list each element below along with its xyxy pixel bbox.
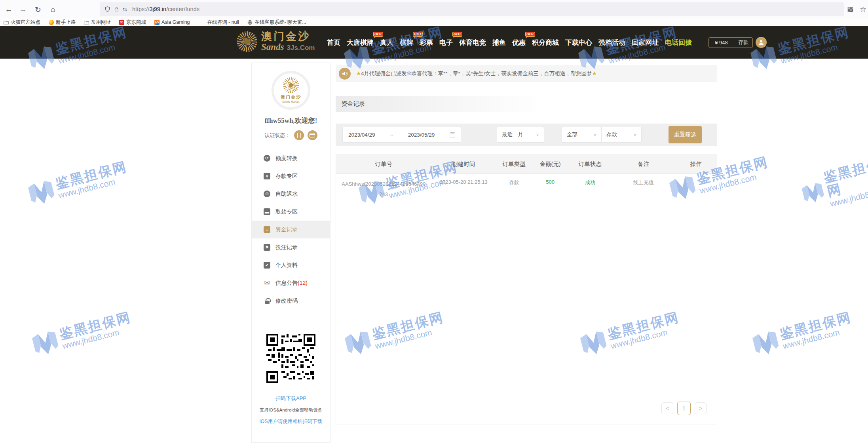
speaker-icon[interactable] xyxy=(339,68,351,80)
back-button[interactable]: ← xyxy=(3,4,14,15)
nav-item-points-mall[interactable]: 积分商城 xyxy=(532,38,559,47)
nav-item-chess[interactable]: 棋牌HOT xyxy=(400,38,413,47)
nav-item-datang-chess[interactable]: 大唐棋牌HOT xyxy=(347,38,374,47)
permissions-icon[interactable]: ⇆ xyxy=(123,6,127,12)
watermark-url: www.jhdb8.com xyxy=(61,324,135,351)
logo-english: Sands xyxy=(261,42,284,52)
sidebar-item-rebate[interactable]: ⊕自助返水 xyxy=(252,185,330,203)
sidebar-item-deposit[interactable]: ¥存款专区 xyxy=(252,167,330,185)
type-select-value: 存款 xyxy=(606,131,617,138)
person-icon xyxy=(758,39,765,46)
date-from[interactable]: 2023/04/29 xyxy=(348,132,375,138)
table-header-row: 订单号 创建时间 订单类型 金额(元) 订单状态 备注 操作 xyxy=(336,155,717,174)
bookmark-item[interactable]: 火狐官方站点 xyxy=(3,19,40,26)
sidebar-item-profile[interactable]: ✔个人资料 xyxy=(252,256,330,274)
watermark-title: 鉴黑担保网 xyxy=(58,310,133,342)
col-header-type: 订单类型 xyxy=(496,160,532,168)
date-range-input[interactable]: 2023/04/29 ~ 2023/05/29 xyxy=(342,127,461,143)
watermark-logo-icon xyxy=(27,178,57,207)
bank-card-icon xyxy=(310,133,315,137)
announcement-bar: ★4月代理佣金已派发❇恭喜代理：李**，章*，吴*先生/女士，获实发佣金前三，百… xyxy=(336,65,717,82)
sidebar-item-bet-record[interactable]: ⚑投注记录 xyxy=(252,238,330,256)
nav-label: 首页 xyxy=(327,39,340,46)
type-select[interactable]: 存款 ∨ xyxy=(602,127,642,143)
nav-item-sports[interactable]: 体育电竞 xyxy=(459,38,486,47)
bookmark-item[interactable]: 常用网址 xyxy=(84,19,111,26)
nav-item-promos[interactable]: 优惠HOT xyxy=(512,38,526,47)
status-select[interactable]: 全部 ∨ xyxy=(562,127,602,143)
main-nav: 首页 大唐棋牌HOT 真人 棋牌HOT 彩票 电子HOT 体育电竞 捕鱼 优惠H… xyxy=(327,26,692,59)
calendar-icon[interactable] xyxy=(450,132,455,137)
page-1-button[interactable]: 1 xyxy=(677,402,691,415)
deposit-button[interactable]: 存款 xyxy=(734,39,752,46)
nav-item-home[interactable]: 首页 xyxy=(327,38,340,47)
phone-icon xyxy=(297,133,301,138)
sidebar-item-transfer[interactable]: ⟳额度转换 xyxy=(252,149,330,167)
bookmark-item[interactable]: 在线咨询 - null xyxy=(207,19,239,26)
watermark-logo-icon xyxy=(800,179,826,207)
reset-filter-button[interactable]: 重置筛选 xyxy=(669,126,702,143)
bookmark-item[interactable]: 新手上路 xyxy=(48,19,76,26)
welcome-text: ffhw55wh,欢迎您! xyxy=(252,116,330,125)
reload-button[interactable]: ↻ xyxy=(32,4,44,15)
next-page-button[interactable]: > xyxy=(695,402,707,414)
phone-verified-badge[interactable] xyxy=(294,130,304,140)
watermark: 鉴黑担保网 www.jhdb8.com xyxy=(30,310,135,358)
nav-item-download[interactable]: 下载中心 xyxy=(565,38,592,47)
menu-label: 个人资料 xyxy=(275,262,298,269)
bookmark-star-icon[interactable]: ☆ xyxy=(860,5,866,14)
watermark: 鉴黑担保网 www.jhdb8.com xyxy=(26,159,131,208)
cell-amount: 500 xyxy=(532,179,568,200)
balance-pill[interactable]: ¥ 948 存款 xyxy=(708,37,753,48)
cell-created: 2023-05-28 21:25:13 xyxy=(431,179,496,200)
nav-item-home-url[interactable]: 回家网址 xyxy=(632,38,659,47)
col-header-order-no: 订单号 xyxy=(336,160,431,168)
sidebar-item-messages[interactable]: ✉信息公告(12) xyxy=(252,274,330,292)
bookmark-item[interactable]: AG Asia Gaming xyxy=(154,19,190,25)
auth-status-row: 认证状态： xyxy=(252,130,330,140)
sidebar: 澳门金沙 Sands Macao ffhw55wh,欢迎您! 认证状态： ⟳额度… xyxy=(251,63,330,443)
site-logo[interactable]: 澳门金沙 Sands 3Js.Com xyxy=(237,31,315,52)
bookmark-label: 常用网址 xyxy=(91,19,111,26)
menu-label: 取款专区 xyxy=(275,208,298,215)
url-bar[interactable]: ⇆ https://3j99.in/center/funds xyxy=(100,2,844,16)
menu-label: 额度转换 xyxy=(275,155,298,162)
funds-record-icon: ≡ xyxy=(264,226,270,233)
nav-label: 积分商城 xyxy=(532,39,559,46)
menu-label: 存款专区 xyxy=(275,173,298,180)
col-header-action: 操作 xyxy=(675,160,717,168)
nav-item-slots[interactable]: 电子HOT xyxy=(439,38,453,47)
col-header-remark: 备注 xyxy=(612,160,675,168)
home-button[interactable]: ⌂ xyxy=(47,4,59,15)
nav-item-callback[interactable]: 电话回拨 xyxy=(665,38,692,47)
forward-button[interactable]: → xyxy=(17,4,28,15)
watermark-logo-icon xyxy=(751,329,781,357)
bookmarks-bar: 火狐官方站点 新手上路 常用网址 JD 京东商城 AG Asia Gaming … xyxy=(0,18,868,26)
firefox-icon xyxy=(48,19,54,25)
nav-item-fishing[interactable]: 捕鱼 xyxy=(492,38,506,47)
date-to[interactable]: 2023/05/29 xyxy=(408,132,435,138)
scan-download-link[interactable]: 扫码下载APP xyxy=(252,395,330,402)
bookmark-item[interactable]: JD 京东商城 xyxy=(119,19,146,26)
range-select[interactable]: 最近一月 ∨ xyxy=(497,127,544,143)
nav-item-events[interactable]: 强档活动 xyxy=(598,38,625,47)
sidebar-item-change-password[interactable]: 修改密码 xyxy=(252,292,330,310)
nav-item-live[interactable]: 真人 xyxy=(380,38,393,47)
nav-label: 彩票 xyxy=(420,39,433,46)
lock-icon xyxy=(114,6,119,12)
card-verified-badge[interactable] xyxy=(308,130,317,140)
menu-label: 自助返水 xyxy=(275,191,298,198)
nav-item-lottery[interactable]: 彩票 xyxy=(420,38,433,47)
prev-page-button[interactable]: < xyxy=(661,402,673,414)
filter-bar: 2023/04/29 ~ 2023/05/29 最近一月 ∨ 全部 ∨ 存款 ∨… xyxy=(336,124,717,146)
sidebar-item-funds-record[interactable]: ≡资金记录 xyxy=(252,221,330,238)
hot-badge: HOT xyxy=(452,32,462,37)
hot-badge: HOT xyxy=(525,32,535,37)
bookmark-item[interactable]: 在线客服系统- 聊天窗... xyxy=(247,19,306,26)
user-avatar[interactable] xyxy=(756,37,767,48)
qr-scan-icon[interactable]: ▩ xyxy=(847,5,853,13)
sidebar-item-withdraw[interactable]: ▬取款专区 xyxy=(252,203,330,221)
watermark-title: 鉴黑担保网 xyxy=(54,159,129,191)
page-root: { "browser": { "url_scheme": "https://",… xyxy=(0,0,868,444)
ios-download-link[interactable]: iOS用户请使用相机扫码下载 xyxy=(252,418,330,425)
